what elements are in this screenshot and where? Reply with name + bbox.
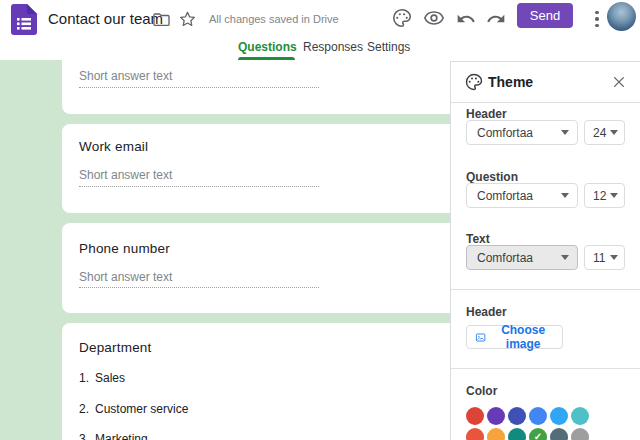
question-card[interactable]: Short answer text	[62, 60, 450, 114]
color-swatch-indigo[interactable]	[508, 407, 526, 425]
star-button[interactable]	[175, 7, 199, 31]
selected-font: Comfortaa	[477, 126, 533, 140]
list-option[interactable]: 3. Marketing	[79, 432, 148, 440]
chevron-down-icon	[610, 193, 618, 198]
divider	[451, 368, 640, 369]
topbar: Contact our team All changes saved in Dr…	[0, 0, 640, 38]
form-canvas: Short answer text Work email Short answe…	[0, 60, 450, 440]
header-font-select[interactable]: Comfortaa	[466, 120, 578, 145]
panel-title: Theme	[488, 74, 533, 90]
header-image-label: Header	[466, 305, 507, 319]
question-card[interactable]: Phone number Short answer text	[62, 223, 450, 313]
color-swatch-orange[interactable]	[487, 428, 505, 440]
option-number: 1.	[79, 371, 95, 385]
color-label: Color	[466, 384, 497, 398]
eye-icon	[423, 7, 445, 29]
forms-logo-icon[interactable]	[11, 4, 37, 35]
close-icon	[611, 74, 627, 90]
short-answer-field[interactable]: Short answer text	[79, 69, 172, 83]
answer-underline	[79, 87, 319, 88]
chevron-down-icon	[561, 130, 569, 135]
account-avatar[interactable]	[607, 2, 636, 31]
question-font-label: Question	[466, 170, 518, 184]
choose-image-label: Choose image	[492, 323, 554, 351]
color-swatch-blue-gray[interactable]	[550, 428, 568, 440]
question-title[interactable]: Department	[79, 340, 152, 355]
text-font-select[interactable]: Comfortaa	[466, 245, 578, 270]
question-title[interactable]: Work email	[79, 139, 148, 154]
palette-icon	[391, 7, 413, 29]
google-forms-app: Contact our team All changes saved in Dr…	[0, 0, 640, 440]
theme-panel: Theme Header Comfortaa 24 Question Comfo…	[450, 61, 640, 440]
redo-icon	[486, 9, 506, 29]
question-size-select[interactable]: 12	[584, 183, 625, 208]
color-swatch-red[interactable]	[466, 407, 484, 425]
undo-button[interactable]	[454, 7, 478, 31]
question-card[interactable]: Department 1. Sales 2. Customer service …	[62, 323, 450, 440]
form-tabs: Questions Responses Settings	[0, 38, 640, 60]
divider	[451, 102, 640, 103]
option-label: Marketing	[95, 432, 148, 440]
selected-font: Comfortaa	[477, 251, 533, 265]
option-number: 3.	[79, 432, 95, 440]
color-swatch-green-selected[interactable]: ✓	[529, 428, 547, 440]
close-panel-button[interactable]	[608, 72, 630, 94]
text-size-select[interactable]: 11	[584, 245, 625, 270]
option-label: Customer service	[95, 402, 188, 416]
tab-responses[interactable]: Responses	[303, 38, 363, 60]
move-to-folder-button[interactable]	[149, 7, 173, 31]
color-swatch-light-blue[interactable]	[550, 407, 568, 425]
short-answer-field[interactable]: Short answer text	[79, 270, 172, 284]
selected-font: Comfortaa	[477, 189, 533, 203]
chevron-down-icon	[561, 255, 569, 260]
image-icon	[475, 330, 486, 345]
send-button[interactable]: Send	[517, 3, 573, 28]
color-swatch-teal[interactable]	[508, 428, 526, 440]
selected-size: 12	[593, 189, 606, 203]
more-options-button[interactable]	[585, 7, 609, 31]
text-font-label: Text	[466, 232, 490, 246]
option-number: 2.	[79, 402, 95, 416]
chevron-down-icon	[561, 193, 569, 198]
chevron-down-icon	[610, 255, 618, 260]
customize-theme-button[interactable]	[390, 6, 414, 30]
color-swatches-row-2: ✓	[466, 428, 589, 440]
list-option[interactable]: 1. Sales	[79, 371, 125, 385]
folder-icon	[152, 10, 171, 29]
preview-button[interactable]	[422, 6, 446, 30]
chevron-down-icon	[610, 130, 618, 135]
question-card[interactable]: Work email Short answer text	[62, 124, 450, 213]
document-title[interactable]: Contact our team	[48, 0, 163, 38]
header-font-label: Header	[466, 107, 507, 121]
color-swatch-blue[interactable]	[529, 407, 547, 425]
divider	[451, 289, 640, 290]
selected-size: 24	[593, 126, 606, 140]
color-swatch-purple[interactable]	[487, 407, 505, 425]
undo-icon	[456, 9, 476, 29]
question-title[interactable]: Phone number	[79, 241, 170, 256]
palette-icon	[464, 72, 484, 96]
short-answer-field[interactable]: Short answer text	[79, 168, 172, 182]
choose-image-button[interactable]: Choose image	[466, 325, 563, 349]
selected-size: 11	[593, 251, 605, 265]
color-swatch-gray[interactable]	[571, 428, 589, 440]
vertical-ellipsis-icon	[595, 11, 599, 28]
color-swatch-cyan[interactable]	[571, 407, 589, 425]
color-swatches-row-1	[466, 407, 589, 425]
answer-underline	[79, 186, 319, 187]
color-swatch-deep-orange[interactable]	[466, 428, 484, 440]
redo-button[interactable]	[484, 7, 508, 31]
tab-settings[interactable]: Settings	[367, 38, 410, 60]
option-label: Sales	[95, 371, 125, 385]
star-icon	[178, 10, 197, 29]
header-size-select[interactable]: 24	[584, 120, 625, 145]
question-font-select[interactable]: Comfortaa	[466, 183, 578, 208]
list-option[interactable]: 2. Customer service	[79, 402, 188, 416]
save-status[interactable]: All changes saved in Drive	[209, 0, 339, 38]
answer-underline	[79, 287, 319, 288]
check-icon: ✓	[534, 432, 542, 440]
